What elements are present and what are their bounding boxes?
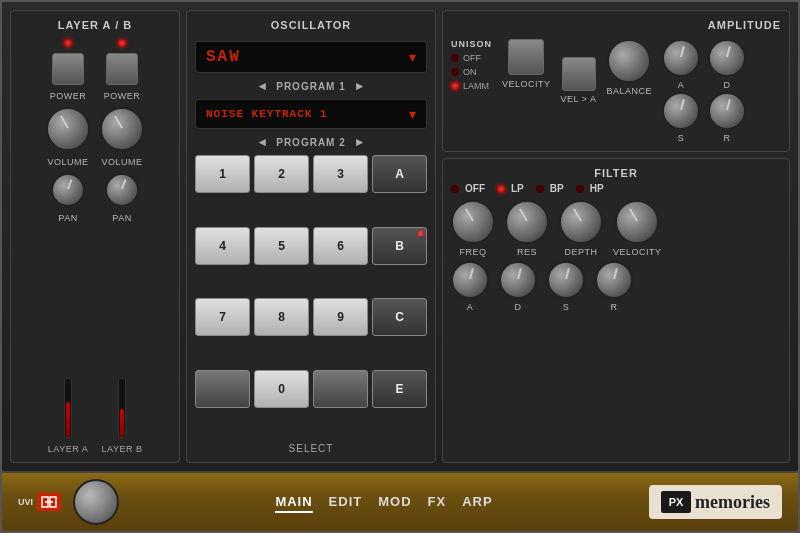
tab-mod[interactable]: MOD bbox=[378, 492, 411, 513]
layer-a-fader-fill bbox=[66, 402, 70, 437]
amp-a-label: A bbox=[678, 80, 685, 90]
numpad-B[interactable]: B bbox=[372, 227, 427, 265]
layer-a-volume-knob[interactable] bbox=[46, 107, 90, 151]
layer-b-power-btn[interactable] bbox=[106, 53, 138, 85]
filter-bp: BP bbox=[536, 183, 564, 194]
filter-freq-label: FREQ bbox=[459, 247, 486, 257]
filter-a-label: A bbox=[467, 302, 474, 312]
synth-body: LAYER A / B POWER VOLUME PAN bbox=[0, 0, 800, 533]
filter-s-label: S bbox=[563, 302, 570, 312]
filter-d-knob[interactable] bbox=[499, 261, 537, 299]
numpad-E[interactable]: E bbox=[372, 370, 427, 408]
program-1-prev[interactable]: ◄ bbox=[256, 79, 268, 93]
amp-a-knob[interactable] bbox=[662, 39, 700, 77]
layer-a-label: LAYER A bbox=[48, 444, 88, 454]
filter-a-knob[interactable] bbox=[451, 261, 489, 299]
uvi-text: UVI bbox=[18, 497, 33, 507]
filter-s-knob[interactable] bbox=[547, 261, 585, 299]
program-2-row: ◄ PROGRAM 2 ► bbox=[195, 135, 427, 149]
unison-lamm-label: LAMM bbox=[463, 81, 489, 91]
tab-main[interactable]: MAIN bbox=[275, 492, 312, 513]
bottom-bar: UVI MAIN EDIT MOD FX ARP PX memories bbox=[2, 471, 798, 531]
filter-freq-knob[interactable] bbox=[451, 200, 495, 244]
numpad-8[interactable]: 8 bbox=[254, 298, 309, 336]
layer-b-fader-track[interactable] bbox=[118, 378, 126, 438]
layer-b-fader-container bbox=[118, 229, 126, 438]
program-1-next[interactable]: ► bbox=[354, 79, 366, 93]
tab-fx[interactable]: FX bbox=[428, 492, 447, 513]
filter-r-col: R bbox=[595, 261, 633, 312]
uvi-box bbox=[37, 493, 61, 511]
layer-b-pan-label: PAN bbox=[112, 213, 131, 223]
filter-off-label: OFF bbox=[465, 183, 485, 194]
amp-filter-panel: AMPLITUDE UNISON OFF ON bbox=[442, 10, 790, 463]
filter-lp-label: LP bbox=[511, 183, 524, 194]
filter-velocity-label: VELOCITY bbox=[613, 247, 662, 257]
numpad-4[interactable]: 4 bbox=[195, 227, 250, 265]
amp-d-knob[interactable] bbox=[708, 39, 746, 77]
main-volume-knob[interactable] bbox=[73, 479, 119, 525]
unison-off-row: OFF bbox=[451, 53, 492, 63]
filter-lp-led bbox=[497, 185, 505, 193]
layer-a-power-label: POWER bbox=[50, 91, 87, 101]
main-area: LAYER A / B POWER VOLUME PAN bbox=[2, 2, 798, 471]
velocity-btn[interactable] bbox=[508, 39, 544, 75]
filter-r-label: R bbox=[611, 302, 618, 312]
brand-name: memories bbox=[695, 492, 770, 513]
brand-section: PX memories bbox=[649, 485, 782, 519]
filter-d-col: D bbox=[499, 261, 537, 312]
filter-a-col: A bbox=[451, 261, 489, 312]
unison-section: UNISON OFF ON LAMM bbox=[451, 39, 492, 91]
osc-display-1[interactable]: SAW ▾ bbox=[195, 41, 427, 73]
layer-a-fader-track[interactable] bbox=[64, 378, 72, 438]
filter-panel: FILTER OFF LP BP bbox=[442, 158, 790, 463]
numpad-3[interactable]: 3 bbox=[313, 155, 368, 193]
filter-s-col: S bbox=[547, 261, 585, 312]
osc-display-1-arrow: ▾ bbox=[409, 49, 416, 65]
filter-depth-label: DEPTH bbox=[564, 247, 597, 257]
program-2-prev[interactable]: ◄ bbox=[256, 135, 268, 149]
vel-a-btn[interactable] bbox=[562, 57, 596, 91]
numpad-0[interactable]: 0 bbox=[254, 370, 309, 408]
numpad-A[interactable]: A bbox=[372, 155, 427, 193]
osc-title: OSCILLATOR bbox=[195, 19, 427, 31]
tab-arp[interactable]: ARP bbox=[462, 492, 492, 513]
numpad-2[interactable]: 2 bbox=[254, 155, 309, 193]
layer-b-pan-knob[interactable] bbox=[105, 173, 139, 207]
program-1-row: ◄ PROGRAM 1 ► bbox=[195, 79, 427, 93]
px-label: PX bbox=[669, 496, 684, 508]
numpad-blank1[interactable] bbox=[195, 370, 250, 408]
tab-edit[interactable]: EDIT bbox=[329, 492, 363, 513]
numpad-9[interactable]: 9 bbox=[313, 298, 368, 336]
layer-b-volume-knob[interactable] bbox=[100, 107, 144, 151]
numpad-7[interactable]: 7 bbox=[195, 298, 250, 336]
filter-r-knob[interactable] bbox=[595, 261, 633, 299]
layer-a-power-btn[interactable] bbox=[52, 53, 84, 85]
filter-res-knob[interactable] bbox=[505, 200, 549, 244]
nav-tabs: MAIN EDIT MOD FX ARP bbox=[131, 492, 637, 513]
numpad-1[interactable]: 1 bbox=[195, 155, 250, 193]
numpad: 1 2 3 A 4 5 6 B 7 8 9 C 0 E bbox=[195, 155, 427, 437]
velocity-section: VELOCITY bbox=[502, 39, 551, 89]
balance-knob[interactable] bbox=[607, 39, 651, 83]
amp-a-knob-col: A bbox=[662, 39, 700, 90]
program-2-label: PROGRAM 2 bbox=[276, 137, 346, 148]
numpad-6[interactable]: 6 bbox=[313, 227, 368, 265]
uvi-logo: UVI bbox=[18, 493, 61, 511]
filter-depth-knob[interactable] bbox=[559, 200, 603, 244]
layer-b-fader-fill bbox=[120, 409, 124, 437]
filter-off: OFF bbox=[451, 183, 485, 194]
filter-velocity-knob[interactable] bbox=[615, 200, 659, 244]
filter-lp: LP bbox=[497, 183, 524, 194]
unison-lamm-row: LAMM bbox=[451, 81, 492, 91]
program-2-next[interactable]: ► bbox=[354, 135, 366, 149]
numpad-5[interactable]: 5 bbox=[254, 227, 309, 265]
filter-bp-led bbox=[536, 185, 544, 193]
amp-r-knob[interactable] bbox=[708, 92, 746, 130]
osc-display-2[interactable]: NOISE KEYTRACK 1 ▾ bbox=[195, 99, 427, 129]
layer-a-pan-knob[interactable] bbox=[51, 173, 85, 207]
layer-columns: POWER VOLUME PAN LAYER A bbox=[17, 39, 173, 454]
numpad-blank2[interactable] bbox=[313, 370, 368, 408]
numpad-C[interactable]: C bbox=[372, 298, 427, 336]
amp-s-knob[interactable] bbox=[662, 92, 700, 130]
